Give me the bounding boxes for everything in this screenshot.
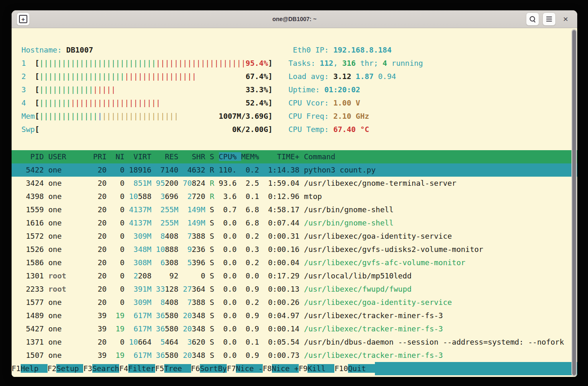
process-row-3424[interactable]: 3424 one 20 0 851M 95200 70824 R 93.6 2.… xyxy=(12,177,577,190)
terminal-window: + one@DB1007: ~ × Hostname: DB1007 1 [||… xyxy=(12,10,577,377)
fkey-key-label: F5 xyxy=(155,364,164,373)
fkey-key-label: F1 xyxy=(12,364,21,373)
process-row-5422[interactable]: 5422 one 20 0 18916 7140 4632 R 110. 0.2… xyxy=(12,163,577,177)
process-row-1507[interactable]: 1507 one 39 19 617M 36580 20348 S 0.0 0.… xyxy=(12,349,577,362)
fkey-action-label: Kill xyxy=(307,364,334,373)
cpu-vcor-line: CPU Vcor: 1.00 V xyxy=(288,96,423,110)
hamburger-menu-icon xyxy=(546,17,552,22)
fkey-F10[interactable]: F10Quit xyxy=(334,362,375,375)
fkey-F8[interactable]: F8Nice + xyxy=(263,362,299,375)
fkey-action-label: Quit xyxy=(348,364,375,373)
process-row-1371[interactable]: 1371 one 20 0 10664 5464 3620 S 0.0 0.1 … xyxy=(12,336,577,349)
fkey-action-label: SortBy xyxy=(200,364,227,373)
fkey-F2[interactable]: F2Setup xyxy=(48,362,84,375)
fkey-key-label: F7 xyxy=(227,364,236,373)
sort-column-cpu[interactable]: CPU% xyxy=(219,152,241,161)
scrollbar[interactable] xyxy=(571,29,577,376)
fkey-action-label: Nice - xyxy=(236,364,263,373)
close-icon: × xyxy=(563,14,568,24)
new-tab-icon: + xyxy=(19,15,27,23)
load-avg-line: Load avg: 3.12 1.87 0.94 xyxy=(288,70,423,83)
table-header-row[interactable]: PID USER PRI NI VIRT RES SHR S CPU% MEM%… xyxy=(12,150,577,163)
search-button[interactable] xyxy=(526,12,539,26)
process-row-1526[interactable]: 1526 one 20 0 348M 10888 9236 S 0.0 0.3 … xyxy=(12,243,577,256)
titlebar-actions: × xyxy=(526,12,572,26)
fkey-key-label: F4 xyxy=(119,364,128,373)
fkey-key-label: F10 xyxy=(334,364,348,373)
function-key-bar: F1Help F2Setup F3SearchF4FilterF5Tree F6… xyxy=(12,362,577,375)
process-row-4398[interactable]: 4398 one 20 0 10588 3696 2720 R 3.6 0.1 … xyxy=(12,190,577,203)
process-row-1586[interactable]: 1586 one 20 0 308M 6308 5396 S 0.0 0.2 0… xyxy=(12,256,577,269)
fkey-F7[interactable]: F7Nice - xyxy=(227,362,263,375)
titlebar: + one@DB1007: ~ × xyxy=(12,10,577,28)
fkey-key-label: F8 xyxy=(263,364,272,373)
cpu-freq-line: CPU Freq: 2.10 GHz xyxy=(288,110,423,123)
fkey-key-label: F2 xyxy=(48,364,57,373)
fkey-action-label: Help xyxy=(21,364,48,373)
new-tab-button[interactable]: + xyxy=(17,12,30,26)
process-row-1301[interactable]: 1301 root 20 0 2208 92 0 S 0.0 0.0 0:17.… xyxy=(12,269,577,283)
eth0-ip-line: Eth0 IP: 192.168.8.184 xyxy=(288,43,423,57)
menu-button[interactable] xyxy=(542,12,556,26)
scrollbar-thumb[interactable] xyxy=(572,30,576,375)
fkey-action-label: Tree xyxy=(164,364,191,373)
process-row-1489[interactable]: 1489 one 39 19 617M 36580 20348 S 0.0 0.… xyxy=(12,309,577,322)
tasks-line: Tasks: 112, 316 thr; 4 running xyxy=(288,57,423,70)
process-row-5427[interactable]: 5427 one 39 19 617M 36580 20348 S 0.0 0.… xyxy=(12,322,577,336)
fkey-action-label: Nice + xyxy=(272,364,299,373)
cpu-temp-line: CPU Temp: 67.40 °C xyxy=(288,123,423,136)
process-row-1577[interactable]: 1577 one 20 0 309M 8408 7388 S 0.0 0.2 0… xyxy=(12,296,577,309)
uptime-line: Uptime: 01:20:02 xyxy=(288,83,423,96)
search-icon xyxy=(529,16,536,23)
fkey-key-label: F3 xyxy=(83,364,92,373)
fkey-key-label: F6 xyxy=(191,364,200,373)
fkey-F1[interactable]: F1Help xyxy=(12,362,48,375)
process-row-1559[interactable]: 1559 one 20 0 4137M 255M 149M S 0.7 6.8 … xyxy=(12,203,577,216)
fkey-key-label: F9 xyxy=(299,364,308,373)
fkey-F6[interactable]: F6SortBy xyxy=(191,362,227,375)
close-button[interactable]: × xyxy=(559,12,572,26)
process-row-1572[interactable]: 1572 one 20 0 309M 8408 7388 S 0.0 0.2 0… xyxy=(12,230,577,243)
fkey-F5[interactable]: F5Tree xyxy=(155,362,191,375)
process-row-1616[interactable]: 1616 one 20 0 4137M 255M 149M S 0.0 6.8 … xyxy=(12,216,577,230)
fkey-action-label: Search xyxy=(92,364,119,373)
htop-header-right: Eth0 IP: 192.168.8.184Tasks: 112, 316 th… xyxy=(288,43,423,136)
fkey-F9[interactable]: F9Kill xyxy=(299,362,335,375)
fbar-filler xyxy=(375,362,577,375)
process-row-2233[interactable]: 2233 root 20 0 391M 33128 27364 S 0.0 0.… xyxy=(12,283,577,296)
terminal-content: Hostname: DB1007 1 [||||||||||||||||||||… xyxy=(12,28,577,377)
window-title: one@DB1007: ~ xyxy=(12,16,577,22)
fkey-action-label: Setup xyxy=(56,364,83,373)
fkey-F4[interactable]: F4Filter xyxy=(119,362,155,375)
process-table: PID USER PRI NI VIRT RES SHR S CPU% MEM%… xyxy=(12,150,577,362)
fkey-action-label: Filter xyxy=(128,364,155,373)
fkey-F3[interactable]: F3Search xyxy=(83,362,119,375)
